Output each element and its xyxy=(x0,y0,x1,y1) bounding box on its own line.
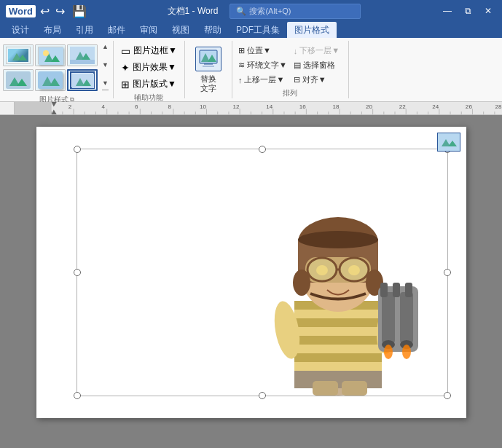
handle-top-left[interactable] xyxy=(74,146,81,153)
tab-mailings[interactable]: 邮件 xyxy=(101,22,133,38)
style-thumb-2[interactable] xyxy=(35,44,66,66)
svg-text:18: 18 xyxy=(332,104,340,111)
svg-text:16: 16 xyxy=(299,104,307,111)
svg-rect-23 xyxy=(203,66,214,67)
style-thumb-4[interactable] xyxy=(3,69,34,91)
svg-rect-109 xyxy=(393,283,400,297)
svg-rect-116 xyxy=(342,381,367,396)
replace-text-label: 替换文字 xyxy=(200,74,216,93)
handle-mid-left[interactable] xyxy=(74,269,81,276)
tab-help[interactable]: 帮助 xyxy=(197,22,229,38)
svg-point-102 xyxy=(348,265,360,275)
svg-point-5 xyxy=(43,50,49,56)
svg-text:12: 12 xyxy=(233,104,240,111)
svg-rect-13 xyxy=(38,71,63,89)
wrap-text-btn[interactable]: ≋ 环绕文字▼ xyxy=(235,58,290,72)
handle-mid-right[interactable] xyxy=(444,269,451,276)
layout-icon: ⊞ xyxy=(121,79,130,90)
search-icon: 🔍 xyxy=(236,7,246,16)
search-box[interactable]: 🔍 搜索(Alt+Q) xyxy=(230,4,361,19)
movedown-btn[interactable]: ↓ 下移一层▼ xyxy=(291,44,345,58)
svg-rect-110 xyxy=(405,283,412,297)
replace-text-icon xyxy=(195,47,221,71)
svg-rect-87 xyxy=(294,336,382,345)
tab-references[interactable]: 引用 xyxy=(68,22,101,38)
svg-rect-22 xyxy=(204,63,213,65)
minimize-button[interactable]: — xyxy=(439,4,456,17)
align-icon: ⊟ xyxy=(294,75,300,85)
title-bar-left: Word ↩ ↪ 💾 xyxy=(6,4,90,18)
svg-point-103 xyxy=(293,270,310,296)
svg-point-101 xyxy=(316,265,328,275)
tab-design[interactable]: 设计 xyxy=(4,22,36,38)
svg-text:10: 10 xyxy=(200,104,207,111)
svg-point-113 xyxy=(384,345,393,359)
svg-rect-117 xyxy=(439,135,459,149)
style-thumb-1[interactable] xyxy=(3,44,34,66)
title-bar-right: — ⧉ ✕ xyxy=(439,4,496,17)
moveup-icon: ↑ xyxy=(238,76,243,85)
svg-point-96 xyxy=(298,231,378,248)
tab-review[interactable]: 审阅 xyxy=(133,22,165,38)
svg-rect-115 xyxy=(313,381,338,396)
tab-view[interactable]: 视图 xyxy=(165,22,197,38)
handle-bot-left[interactable] xyxy=(74,392,81,399)
svg-text:20: 20 xyxy=(366,104,373,111)
moveup-btn[interactable]: ↑ 上移一层▼ xyxy=(235,73,290,87)
style-thumb-3[interactable] xyxy=(67,44,98,66)
undo-icon[interactable]: ↩ xyxy=(40,4,50,18)
ruler-marks: 2 4 6 8 10 12 14 16 18 20 22 24 26 28 xyxy=(15,102,502,114)
style-thumb-5[interactable] xyxy=(35,69,66,91)
svg-text:26: 26 xyxy=(466,104,473,111)
style-thumbnails-row: ▲ ▼ ▼— xyxy=(3,44,110,93)
svg-text:8: 8 xyxy=(168,104,172,111)
redo-icon[interactable]: ↪ xyxy=(55,4,65,18)
align-btn[interactable]: ⊟ 对齐▼ xyxy=(291,73,345,87)
picture-layout-btn[interactable]: ⊞ 图片版式▼ xyxy=(118,77,180,91)
document-area xyxy=(0,115,502,448)
svg-text:2: 2 xyxy=(68,104,72,111)
svg-text:4: 4 xyxy=(101,104,105,111)
tab-picture-format[interactable]: 图片格式 xyxy=(287,22,337,38)
close-button[interactable]: ✕ xyxy=(480,4,496,17)
document-page xyxy=(36,127,466,418)
ribbon: ▲ ▼ ▼— 图片样式 ⧉ ▭ 图片边框▼ ✦ 图片效果▼ xyxy=(0,38,502,102)
style-thumb-6[interactable] xyxy=(67,69,98,91)
tab-pdftools[interactable]: PDF工具集 xyxy=(229,22,287,38)
scroll-down-arrow[interactable]: ▼ xyxy=(102,62,109,68)
position-icon: ⊞ xyxy=(238,46,245,55)
style-scroll: ▲ ▼ ▼— xyxy=(101,44,110,93)
scroll-expand-arrow[interactable]: ▼— xyxy=(102,80,109,93)
picture-tools-group: ▭ 图片边框▼ ✦ 图片效果▼ ⊞ 图片版式▼ 辅助功能 xyxy=(114,41,185,98)
svg-rect-107 xyxy=(400,292,413,343)
svg-text:6: 6 xyxy=(135,104,138,111)
title-bar: Word ↩ ↪ 💾 文档1 - Word 🔍 搜索(Alt+Q) — ⧉ ✕ xyxy=(0,0,502,22)
ruler: 2 4 6 8 10 12 14 16 18 20 22 24 26 28 xyxy=(0,102,502,115)
svg-rect-106 xyxy=(382,292,395,343)
position-btn[interactable]: ⊞ 位置▼ xyxy=(235,44,290,58)
arrange-group: ⊞ 位置▼ ↓ 下移一层▼ ≋ 环绕文字▼ ▤ 选择窗格 ↑ 上移一层▼ xyxy=(232,41,349,98)
thumbnail-indicator xyxy=(437,133,460,152)
wrap-icon: ≋ xyxy=(238,60,245,70)
quick-save-icon[interactable]: 💾 xyxy=(72,4,87,18)
handle-bot-right[interactable] xyxy=(444,392,451,399)
selection-pane-btn[interactable]: ▤ 选择窗格 xyxy=(291,58,345,72)
svg-point-114 xyxy=(402,345,411,359)
scroll-up-arrow[interactable]: ▲ xyxy=(102,44,109,50)
ruler-corner[interactable] xyxy=(0,102,15,115)
svg-rect-2 xyxy=(39,47,63,65)
svg-rect-9 xyxy=(70,60,95,64)
tab-layout[interactable]: 布局 xyxy=(36,22,68,38)
svg-marker-1 xyxy=(18,55,27,60)
picture-border-btn[interactable]: ▭ 图片边框▼ xyxy=(118,44,180,58)
image-frame[interactable] xyxy=(77,149,448,396)
handle-top-mid[interactable] xyxy=(259,146,266,153)
border-icon: ▭ xyxy=(121,45,130,57)
restore-button[interactable]: ⧉ xyxy=(460,4,476,17)
arrange-label: 排列 xyxy=(235,87,345,100)
picture-styles-group: ▲ ▼ ▼— 图片样式 ⧉ xyxy=(0,41,114,98)
svg-rect-108 xyxy=(380,283,388,297)
movedown-icon: ↓ xyxy=(294,47,298,55)
picture-effect-btn[interactable]: ✦ 图片效果▼ xyxy=(118,60,180,74)
replace-text-btn[interactable]: 替换文字 xyxy=(189,44,227,96)
